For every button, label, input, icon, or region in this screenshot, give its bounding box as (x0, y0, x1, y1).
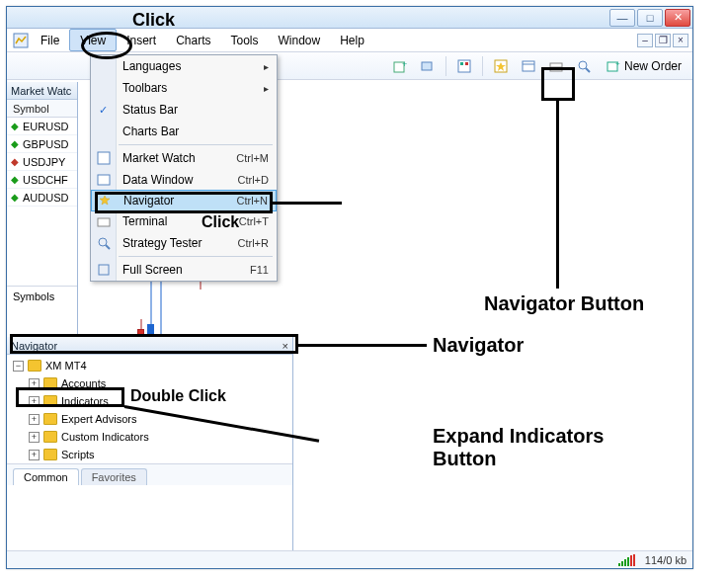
maximize-button[interactable]: □ (637, 9, 663, 27)
terminal-button[interactable] (544, 55, 568, 77)
status-bar: 114/0 kb (7, 550, 692, 568)
nav-node-scripts[interactable]: +Scripts (9, 446, 292, 463)
market-watch-header: Market Watc (7, 82, 77, 100)
menu-file[interactable]: File (31, 29, 69, 51)
market-watch-tab[interactable]: Symbols (7, 286, 77, 305)
shortcut-label: Ctrl+N (237, 195, 268, 207)
navigator-header[interactable]: Navigator × (7, 337, 292, 355)
check-icon: ✓ (99, 104, 108, 117)
navigator-panel: Navigator × − XM MT4 +Accounts+Indicator… (7, 337, 293, 550)
svg-rect-3 (422, 62, 432, 70)
menu-item-full-screen[interactable]: Full ScreenF11 (91, 259, 277, 281)
toolbar-sep (445, 56, 446, 76)
expand-icon[interactable]: + (29, 450, 40, 460)
mdi-minimize[interactable]: – (637, 34, 653, 47)
market-watch-row[interactable]: ◆AUDUSD (7, 189, 77, 207)
nav-icon (98, 194, 112, 208)
menu-separator (119, 256, 273, 257)
svg-rect-6 (465, 62, 468, 65)
new-chart-button[interactable]: + (388, 55, 412, 77)
symbol-label: USDJPY (23, 156, 65, 168)
menu-item-label: Toolbars (122, 81, 167, 95)
svg-point-13 (579, 61, 587, 69)
tab-common[interactable]: Common (13, 468, 79, 485)
new-order-button[interactable]: + New Order (600, 55, 688, 77)
shortcut-label: F11 (250, 264, 269, 276)
menu-item-terminal[interactable]: TerminalCtrl+T (91, 210, 277, 232)
arrow-up-icon: ◆ (11, 138, 19, 149)
svg-point-21 (99, 238, 107, 246)
svg-rect-20 (98, 218, 110, 226)
menu-item-toolbars[interactable]: Toolbars▸ (91, 77, 277, 99)
svg-line-14 (586, 68, 590, 72)
expand-icon[interactable]: + (29, 378, 40, 389)
close-button[interactable]: ✕ (665, 9, 690, 27)
expand-icon[interactable]: + (29, 396, 40, 407)
menu-item-status-bar[interactable]: ✓Status Bar (91, 99, 277, 121)
app-window: — □ ✕ File View Insert Charts Tools Wind… (6, 6, 693, 569)
arrow-up-icon: ◆ (11, 192, 19, 203)
menu-item-label: Market Watch (122, 151, 196, 165)
new-order-label: New Order (624, 59, 682, 73)
nav-root[interactable]: − XM MT4 (9, 357, 292, 374)
mdi-close[interactable]: × (673, 34, 688, 47)
svg-rect-5 (460, 62, 463, 65)
collapse-icon[interactable]: − (13, 361, 24, 372)
market-watch-row[interactable]: ◆GBPUSD (7, 135, 77, 153)
navigator-title: Navigator (11, 340, 57, 352)
market-watch-row[interactable]: ◆EURUSD (7, 118, 77, 135)
nav-node-indicators[interactable]: +Indicators (9, 392, 292, 410)
menu-window[interactable]: Window (269, 29, 331, 51)
symbol-label: USDCHF (23, 174, 68, 186)
svg-text:+: + (402, 59, 407, 69)
menu-item-strategy-tester[interactable]: Strategy TesterCtrl+R (91, 232, 277, 254)
navigator-button[interactable] (489, 55, 513, 77)
menu-item-market-watch[interactable]: Market WatchCtrl+M (91, 147, 277, 169)
menu-item-label: Strategy Tester (122, 236, 202, 250)
menu-tools[interactable]: Tools (221, 29, 269, 51)
profile-button[interactable] (416, 55, 440, 77)
market-watch-row[interactable]: ◆USDJPY (7, 153, 77, 171)
svg-rect-9 (523, 61, 534, 71)
market-watch-button[interactable] (452, 55, 476, 77)
menu-item-data-window[interactable]: Data WindowCtrl+D (91, 169, 277, 191)
menu-item-label: Languages (122, 59, 181, 73)
term-icon (97, 214, 111, 228)
menu-view[interactable]: View (69, 29, 117, 51)
mdi-controls: – ❐ × (637, 29, 688, 51)
mdi-restore[interactable]: ❐ (655, 34, 671, 47)
nav-node-expert-advisors[interactable]: +Expert Advisors (9, 410, 292, 428)
tab-favorites[interactable]: Favorites (81, 468, 147, 485)
folder-icon (28, 360, 41, 372)
nav-node-label: Accounts (61, 377, 106, 389)
nav-node-label: Custom Indicators (61, 431, 149, 443)
arrow-down-icon: ◆ (11, 156, 19, 167)
navigator-close-icon[interactable]: × (283, 340, 288, 352)
menu-charts[interactable]: Charts (166, 29, 220, 51)
symbol-label: EURUSD (23, 121, 68, 132)
svg-rect-4 (458, 60, 470, 72)
menu-item-languages[interactable]: Languages▸ (91, 55, 277, 77)
new-order-icon: + (607, 59, 620, 73)
menu-item-label: Status Bar (122, 103, 178, 117)
shortcut-label: Ctrl+M (236, 152, 269, 164)
nav-node-custom-indicators[interactable]: +Custom Indicators (9, 428, 292, 446)
connection-bars-icon (618, 554, 635, 566)
minimize-button[interactable]: — (609, 9, 635, 27)
market-watch-row[interactable]: ◆USDCHF (7, 171, 77, 189)
strategy-tester-button[interactable] (572, 55, 596, 77)
market-watch-col-header[interactable]: Symbol (7, 100, 77, 118)
app-icon (11, 29, 31, 51)
expand-icon[interactable]: + (29, 414, 40, 425)
nav-node-label: Expert Advisors (61, 413, 136, 425)
menu-help[interactable]: Help (330, 29, 374, 51)
menu-insert[interactable]: Insert (117, 29, 166, 51)
fs-icon (97, 263, 111, 277)
dw-icon (97, 173, 111, 187)
market-watch-list: ◆EURUSD◆GBPUSD◆USDJPY◆USDCHF◆AUDUSD (7, 118, 77, 207)
nav-node-accounts[interactable]: +Accounts (9, 374, 292, 392)
menu-item-navigator[interactable]: NavigatorCtrl+N (91, 190, 277, 211)
menu-item-charts-bar[interactable]: Charts Bar (91, 121, 277, 142)
expand-icon[interactable]: + (29, 432, 40, 443)
data-window-button[interactable] (517, 55, 540, 77)
